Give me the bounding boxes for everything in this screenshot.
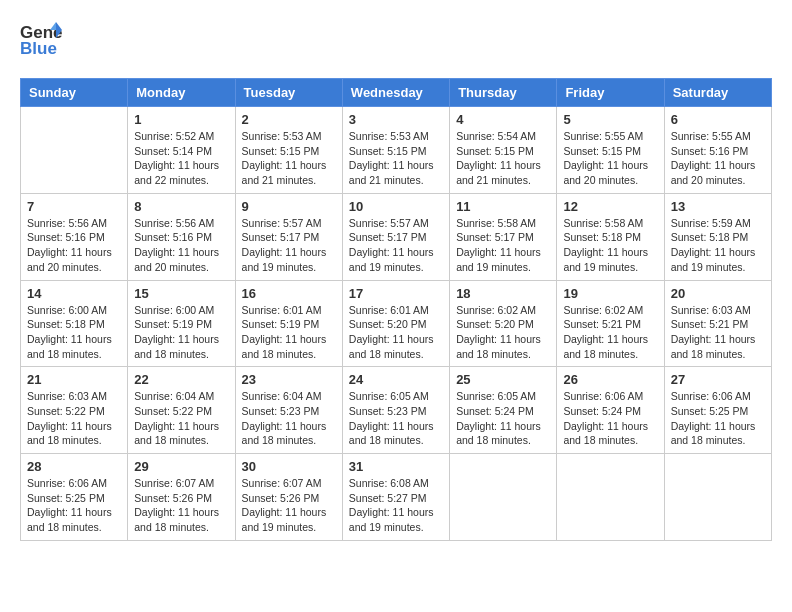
calendar-cell: 8Sunrise: 5:56 AM Sunset: 5:16 PM Daylig… (128, 193, 235, 280)
calendar-cell: 29Sunrise: 6:07 AM Sunset: 5:26 PM Dayli… (128, 454, 235, 541)
day-info: Sunrise: 6:01 AM Sunset: 5:20 PM Dayligh… (349, 303, 443, 362)
calendar-cell: 15Sunrise: 6:00 AM Sunset: 5:19 PM Dayli… (128, 280, 235, 367)
day-number: 5 (563, 112, 657, 127)
calendar-cell (21, 107, 128, 194)
calendar-cell: 23Sunrise: 6:04 AM Sunset: 5:23 PM Dayli… (235, 367, 342, 454)
day-info: Sunrise: 6:06 AM Sunset: 5:24 PM Dayligh… (563, 389, 657, 448)
day-info: Sunrise: 5:57 AM Sunset: 5:17 PM Dayligh… (242, 216, 336, 275)
calendar-cell: 7Sunrise: 5:56 AM Sunset: 5:16 PM Daylig… (21, 193, 128, 280)
calendar-cell (450, 454, 557, 541)
calendar-cell: 31Sunrise: 6:08 AM Sunset: 5:27 PM Dayli… (342, 454, 449, 541)
day-info: Sunrise: 5:58 AM Sunset: 5:17 PM Dayligh… (456, 216, 550, 275)
day-number: 19 (563, 286, 657, 301)
calendar-cell: 22Sunrise: 6:04 AM Sunset: 5:22 PM Dayli… (128, 367, 235, 454)
day-number: 4 (456, 112, 550, 127)
day-info: Sunrise: 5:55 AM Sunset: 5:15 PM Dayligh… (563, 129, 657, 188)
calendar-cell: 9Sunrise: 5:57 AM Sunset: 5:17 PM Daylig… (235, 193, 342, 280)
week-row-4: 21Sunrise: 6:03 AM Sunset: 5:22 PM Dayli… (21, 367, 772, 454)
day-info: Sunrise: 5:52 AM Sunset: 5:14 PM Dayligh… (134, 129, 228, 188)
calendar-cell: 24Sunrise: 6:05 AM Sunset: 5:23 PM Dayli… (342, 367, 449, 454)
calendar-cell: 1Sunrise: 5:52 AM Sunset: 5:14 PM Daylig… (128, 107, 235, 194)
day-info: Sunrise: 6:06 AM Sunset: 5:25 PM Dayligh… (671, 389, 765, 448)
weekday-header-friday: Friday (557, 79, 664, 107)
day-info: Sunrise: 6:08 AM Sunset: 5:27 PM Dayligh… (349, 476, 443, 535)
day-number: 12 (563, 199, 657, 214)
calendar-cell: 12Sunrise: 5:58 AM Sunset: 5:18 PM Dayli… (557, 193, 664, 280)
calendar-cell (664, 454, 771, 541)
day-info: Sunrise: 5:58 AM Sunset: 5:18 PM Dayligh… (563, 216, 657, 275)
day-info: Sunrise: 6:07 AM Sunset: 5:26 PM Dayligh… (242, 476, 336, 535)
calendar-cell: 17Sunrise: 6:01 AM Sunset: 5:20 PM Dayli… (342, 280, 449, 367)
calendar-cell: 5Sunrise: 5:55 AM Sunset: 5:15 PM Daylig… (557, 107, 664, 194)
calendar-cell: 28Sunrise: 6:06 AM Sunset: 5:25 PM Dayli… (21, 454, 128, 541)
day-number: 15 (134, 286, 228, 301)
day-number: 1 (134, 112, 228, 127)
day-info: Sunrise: 5:55 AM Sunset: 5:16 PM Dayligh… (671, 129, 765, 188)
calendar-cell: 27Sunrise: 6:06 AM Sunset: 5:25 PM Dayli… (664, 367, 771, 454)
calendar-cell (557, 454, 664, 541)
calendar-cell: 10Sunrise: 5:57 AM Sunset: 5:17 PM Dayli… (342, 193, 449, 280)
calendar-table: SundayMondayTuesdayWednesdayThursdayFrid… (20, 78, 772, 541)
day-info: Sunrise: 5:53 AM Sunset: 5:15 PM Dayligh… (349, 129, 443, 188)
page-header: General Blue (20, 20, 772, 62)
calendar-cell: 30Sunrise: 6:07 AM Sunset: 5:26 PM Dayli… (235, 454, 342, 541)
calendar-cell: 21Sunrise: 6:03 AM Sunset: 5:22 PM Dayli… (21, 367, 128, 454)
day-number: 22 (134, 372, 228, 387)
day-number: 28 (27, 459, 121, 474)
calendar-cell: 3Sunrise: 5:53 AM Sunset: 5:15 PM Daylig… (342, 107, 449, 194)
week-row-5: 28Sunrise: 6:06 AM Sunset: 5:25 PM Dayli… (21, 454, 772, 541)
logo-image: General Blue (20, 20, 62, 62)
day-info: Sunrise: 5:56 AM Sunset: 5:16 PM Dayligh… (134, 216, 228, 275)
svg-text:Blue: Blue (20, 39, 57, 58)
day-info: Sunrise: 6:00 AM Sunset: 5:19 PM Dayligh… (134, 303, 228, 362)
day-number: 20 (671, 286, 765, 301)
day-info: Sunrise: 6:02 AM Sunset: 5:20 PM Dayligh… (456, 303, 550, 362)
day-number: 7 (27, 199, 121, 214)
logo: General Blue (20, 20, 62, 62)
day-number: 3 (349, 112, 443, 127)
weekday-header-monday: Monday (128, 79, 235, 107)
calendar-cell: 25Sunrise: 6:05 AM Sunset: 5:24 PM Dayli… (450, 367, 557, 454)
day-number: 8 (134, 199, 228, 214)
day-number: 29 (134, 459, 228, 474)
calendar-cell: 14Sunrise: 6:00 AM Sunset: 5:18 PM Dayli… (21, 280, 128, 367)
day-info: Sunrise: 6:03 AM Sunset: 5:22 PM Dayligh… (27, 389, 121, 448)
day-number: 27 (671, 372, 765, 387)
calendar-cell: 2Sunrise: 5:53 AM Sunset: 5:15 PM Daylig… (235, 107, 342, 194)
day-number: 23 (242, 372, 336, 387)
day-info: Sunrise: 5:54 AM Sunset: 5:15 PM Dayligh… (456, 129, 550, 188)
day-number: 21 (27, 372, 121, 387)
day-info: Sunrise: 6:04 AM Sunset: 5:23 PM Dayligh… (242, 389, 336, 448)
day-info: Sunrise: 6:01 AM Sunset: 5:19 PM Dayligh… (242, 303, 336, 362)
day-number: 14 (27, 286, 121, 301)
day-info: Sunrise: 6:05 AM Sunset: 5:23 PM Dayligh… (349, 389, 443, 448)
day-number: 10 (349, 199, 443, 214)
day-number: 25 (456, 372, 550, 387)
calendar-cell: 4Sunrise: 5:54 AM Sunset: 5:15 PM Daylig… (450, 107, 557, 194)
week-row-1: 1Sunrise: 5:52 AM Sunset: 5:14 PM Daylig… (21, 107, 772, 194)
day-info: Sunrise: 5:57 AM Sunset: 5:17 PM Dayligh… (349, 216, 443, 275)
day-info: Sunrise: 6:02 AM Sunset: 5:21 PM Dayligh… (563, 303, 657, 362)
day-number: 24 (349, 372, 443, 387)
day-number: 26 (563, 372, 657, 387)
day-number: 9 (242, 199, 336, 214)
day-number: 16 (242, 286, 336, 301)
calendar-cell: 19Sunrise: 6:02 AM Sunset: 5:21 PM Dayli… (557, 280, 664, 367)
week-row-2: 7Sunrise: 5:56 AM Sunset: 5:16 PM Daylig… (21, 193, 772, 280)
day-number: 30 (242, 459, 336, 474)
day-info: Sunrise: 5:59 AM Sunset: 5:18 PM Dayligh… (671, 216, 765, 275)
day-info: Sunrise: 6:06 AM Sunset: 5:25 PM Dayligh… (27, 476, 121, 535)
day-info: Sunrise: 5:53 AM Sunset: 5:15 PM Dayligh… (242, 129, 336, 188)
calendar-cell: 20Sunrise: 6:03 AM Sunset: 5:21 PM Dayli… (664, 280, 771, 367)
calendar-cell: 13Sunrise: 5:59 AM Sunset: 5:18 PM Dayli… (664, 193, 771, 280)
calendar-cell: 26Sunrise: 6:06 AM Sunset: 5:24 PM Dayli… (557, 367, 664, 454)
day-info: Sunrise: 6:04 AM Sunset: 5:22 PM Dayligh… (134, 389, 228, 448)
day-number: 31 (349, 459, 443, 474)
day-info: Sunrise: 6:00 AM Sunset: 5:18 PM Dayligh… (27, 303, 121, 362)
weekday-header-tuesday: Tuesday (235, 79, 342, 107)
weekday-header-wednesday: Wednesday (342, 79, 449, 107)
calendar-cell: 16Sunrise: 6:01 AM Sunset: 5:19 PM Dayli… (235, 280, 342, 367)
day-info: Sunrise: 6:07 AM Sunset: 5:26 PM Dayligh… (134, 476, 228, 535)
day-number: 6 (671, 112, 765, 127)
week-row-3: 14Sunrise: 6:00 AM Sunset: 5:18 PM Dayli… (21, 280, 772, 367)
